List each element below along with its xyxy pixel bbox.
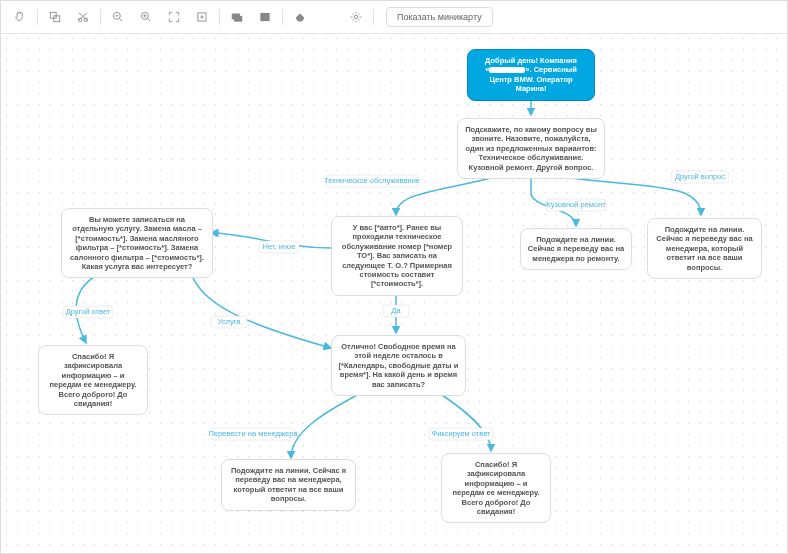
center-icon[interactable] bbox=[191, 6, 213, 28]
node-other[interactable]: Подождите на линии. Сейчас я переведу ва… bbox=[647, 218, 762, 279]
sep bbox=[373, 9, 374, 25]
svg-point-7 bbox=[201, 16, 203, 18]
zoom-in-icon[interactable] bbox=[135, 6, 157, 28]
t: Спасибо! Я зафиксировала информацию – и … bbox=[452, 460, 539, 516]
svg-point-11 bbox=[262, 15, 264, 17]
sep bbox=[219, 9, 220, 25]
toolbar: Показать миникарту bbox=[1, 1, 787, 34]
node-kuzov[interactable]: Подождите на линии. Сейчас я переведу ва… bbox=[520, 228, 632, 270]
t: Спасибо! Я зафиксировала информацию – и … bbox=[49, 352, 136, 408]
redacted bbox=[489, 67, 525, 73]
node-root[interactable]: Добрый день! Компания «». Сервисный Цент… bbox=[467, 49, 595, 101]
node-thanks[interactable]: Спасибо! Я зафиксировала информацию – и … bbox=[38, 345, 148, 415]
node-to[interactable]: У вас [*авто*]. Ранее вы проходили техни… bbox=[331, 216, 463, 296]
t: Подождите на линии. Сейчас я переведу ва… bbox=[231, 466, 346, 503]
t: Подскажите, по какому вопросу вы звоните… bbox=[465, 125, 597, 172]
t: У вас [*авто*]. Ранее вы проходили техни… bbox=[342, 223, 452, 288]
node-calendar[interactable]: Отлично! Свободное время на этой неделе … bbox=[331, 335, 466, 396]
fit-icon[interactable] bbox=[163, 6, 185, 28]
t: ». Сервисный bbox=[525, 65, 576, 74]
sep bbox=[282, 9, 283, 25]
image-icon[interactable] bbox=[254, 6, 276, 28]
svg-rect-9 bbox=[234, 16, 242, 22]
hand-tool[interactable] bbox=[9, 6, 31, 28]
settings-icon[interactable] bbox=[345, 6, 367, 28]
fill-icon[interactable] bbox=[289, 6, 311, 28]
node-services[interactable]: Вы можете записаться на отдельную услугу… bbox=[61, 208, 213, 278]
zoom-out-icon[interactable] bbox=[107, 6, 129, 28]
cut-icon[interactable] bbox=[72, 6, 94, 28]
svg-point-12 bbox=[354, 15, 358, 19]
copy-icon[interactable] bbox=[44, 6, 66, 28]
svg-rect-0 bbox=[50, 12, 56, 18]
sep bbox=[100, 9, 101, 25]
node-fix[interactable]: Спасибо! Я зафиксировала информацию – и … bbox=[441, 453, 551, 523]
svg-rect-6 bbox=[198, 13, 206, 21]
t: Центр BMW. Оператор bbox=[489, 75, 572, 84]
t: Вы можете записаться на отдельную услугу… bbox=[70, 215, 204, 271]
t: Марина! bbox=[516, 84, 547, 93]
node-manager[interactable]: Подождите на линии. Сейчас я переведу ва… bbox=[221, 459, 356, 511]
sep bbox=[37, 9, 38, 25]
svg-rect-1 bbox=[54, 16, 60, 22]
minimap-toggle[interactable]: Показать миникарту bbox=[386, 7, 493, 27]
canvas[interactable]: Техническое обслуживание Кузовной ремонт… bbox=[1, 33, 787, 553]
t: Добрый день! Компания bbox=[485, 56, 577, 65]
t: Подождите на линии. Сейчас я переведу ва… bbox=[528, 235, 624, 263]
app: Показать миникарту Техническое обслужива… bbox=[0, 0, 788, 554]
layer-icon[interactable] bbox=[226, 6, 248, 28]
t: Подождите на линии. Сейчас я переведу ва… bbox=[656, 225, 752, 272]
node-question[interactable]: Подскажите, по какому вопросу вы звоните… bbox=[457, 118, 605, 179]
delete-icon[interactable] bbox=[317, 6, 339, 28]
t: Отлично! Свободное время на этой неделе … bbox=[339, 342, 459, 389]
